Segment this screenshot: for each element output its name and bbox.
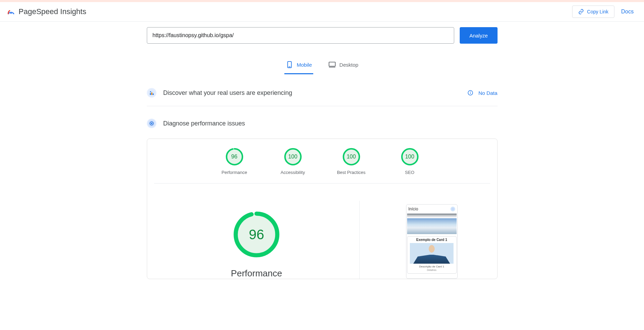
score-performance[interactable]: 96Performance bbox=[216, 148, 253, 175]
info-icon bbox=[467, 90, 473, 96]
copy-link-label: Copy Link bbox=[587, 9, 608, 14]
results-card: 96Performance100Accessibility100Best Pra… bbox=[147, 139, 498, 279]
svg-rect-3 bbox=[329, 62, 335, 66]
diagnose-icon bbox=[147, 119, 156, 128]
preview-header: Início bbox=[406, 205, 457, 213]
preview-hero-image bbox=[407, 218, 457, 234]
big-score-value: 96 bbox=[233, 211, 280, 258]
score-value: 100 bbox=[342, 148, 360, 166]
preview-header-text: Início bbox=[408, 207, 418, 211]
detail-row: 96 Performance Início Exemplo bbox=[151, 190, 494, 279]
score-circle: 100 bbox=[342, 148, 360, 166]
preview-bar bbox=[407, 213, 457, 216]
app-title: PageSpeed Insights bbox=[19, 7, 86, 16]
svg-point-5 bbox=[150, 91, 151, 92]
big-performance-score: 96 bbox=[233, 211, 280, 258]
mobile-icon bbox=[286, 61, 293, 68]
tab-mobile[interactable]: Mobile bbox=[284, 57, 313, 74]
diagnose-section-head: Diagnose performance issues bbox=[147, 119, 498, 131]
discover-title: Discover what your real users are experi… bbox=[163, 89, 292, 97]
url-row: Analyze bbox=[147, 27, 498, 48]
discover-section-head: Discover what your real users are experi… bbox=[147, 88, 498, 106]
score-label: SEO bbox=[405, 170, 414, 175]
score-label: Performance bbox=[221, 170, 247, 175]
docs-link[interactable]: Docs bbox=[621, 9, 637, 15]
content: Analyze Mobile Desktop bbox=[140, 27, 504, 279]
preview-card: Exemplo de Card 1 Descrição de Card 1 De… bbox=[407, 236, 457, 274]
copy-link-button[interactable]: Copy Link bbox=[572, 6, 614, 18]
score-accessibility[interactable]: 100Accessibility bbox=[274, 148, 312, 175]
no-data-label: No Data bbox=[478, 90, 497, 96]
page-screenshot-preview: Início Exemplo de Card 1 Descrição de Ca… bbox=[406, 204, 458, 279]
svg-point-0 bbox=[10, 12, 12, 14]
desktop-icon bbox=[328, 61, 336, 68]
score-value: 100 bbox=[284, 148, 302, 166]
preview-card-title: Exemplo de Card 1 bbox=[409, 238, 455, 242]
analyze-button[interactable]: Analyze bbox=[460, 27, 497, 44]
header-right: Copy Link Docs bbox=[572, 6, 637, 18]
discover-section: Discover what your real users are experi… bbox=[147, 88, 498, 106]
svg-point-13 bbox=[151, 123, 152, 124]
header-left: PageSpeed Insights bbox=[7, 7, 86, 16]
preview-card-link: Detalhes bbox=[409, 269, 455, 271]
fingerprint-icon bbox=[450, 207, 455, 211]
preview-bar-2 bbox=[407, 216, 457, 217]
link-icon bbox=[578, 9, 584, 15]
scores-row: 96Performance100Accessibility100Best Pra… bbox=[154, 146, 490, 184]
diagnose-section: Diagnose performance issues 96Performanc… bbox=[147, 119, 498, 279]
score-circle: 96 bbox=[226, 148, 243, 166]
preview-card-image bbox=[410, 243, 454, 264]
score-circle: 100 bbox=[401, 148, 419, 166]
score-value: 96 bbox=[226, 148, 243, 166]
tab-desktop-label: Desktop bbox=[339, 62, 358, 68]
tab-mobile-label: Mobile bbox=[297, 62, 312, 68]
diagnose-title: Diagnose performance issues bbox=[163, 120, 245, 127]
preview-card-desc: Descrição de Card 1 bbox=[409, 265, 455, 268]
discover-icon bbox=[147, 88, 156, 98]
score-seo[interactable]: 100SEO bbox=[391, 148, 429, 175]
score-best-practices[interactable]: 100Best Practices bbox=[332, 148, 370, 175]
svg-rect-6 bbox=[150, 93, 151, 95]
score-circle: 100 bbox=[284, 148, 302, 166]
score-label: Accessibility bbox=[281, 170, 305, 175]
no-data-link[interactable]: No Data bbox=[467, 90, 497, 96]
pagespeed-logo-icon bbox=[7, 8, 15, 16]
svg-rect-8 bbox=[153, 94, 154, 95]
header: PageSpeed Insights Copy Link Docs bbox=[0, 2, 644, 22]
score-value: 100 bbox=[401, 148, 419, 166]
tab-desktop[interactable]: Desktop bbox=[327, 57, 360, 74]
detail-left: 96 Performance bbox=[154, 201, 360, 279]
score-label: Best Practices bbox=[337, 170, 365, 175]
svg-rect-7 bbox=[151, 92, 152, 95]
svg-point-11 bbox=[470, 91, 471, 92]
device-tabs: Mobile Desktop bbox=[147, 57, 498, 74]
big-score-label: Performance bbox=[231, 268, 282, 279]
detail-right: Início Exemplo de Card 1 Descrição de Ca… bbox=[373, 201, 490, 279]
url-input[interactable] bbox=[147, 27, 455, 44]
discover-section-head-left: Discover what your real users are experi… bbox=[147, 88, 292, 98]
